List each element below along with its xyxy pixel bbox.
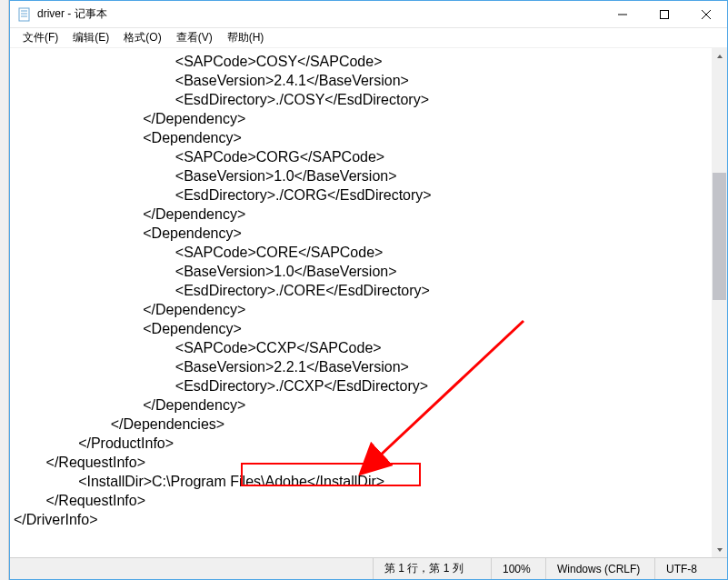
menu-view[interactable]: 查看(V) [169, 28, 220, 47]
notepad-icon [17, 7, 32, 22]
minimize-button[interactable] [602, 1, 643, 28]
menu-file[interactable]: 文件(F) [15, 28, 65, 47]
scroll-down-arrow[interactable] [712, 542, 727, 557]
svg-rect-0 [19, 8, 29, 21]
menu-edit[interactable]: 编辑(E) [65, 28, 116, 47]
statusbar: 第 1 行，第 1 列 100% Windows (CRLF) UTF-8 [10, 557, 727, 579]
close-button[interactable] [685, 1, 727, 28]
menu-help[interactable]: 帮助(H) [220, 28, 272, 47]
titlebar[interactable]: driver - 记事本 [10, 1, 727, 28]
scroll-thumb[interactable] [713, 173, 726, 300]
notepad-window: driver - 记事本 文件(F) 编辑(E) 格式(O) 查看(V) 帮助(… [9, 0, 728, 580]
svg-marker-9 [717, 548, 723, 552]
status-encoding: UTF-8 [654, 558, 727, 579]
scroll-up-arrow[interactable] [712, 48, 727, 64]
content-wrap: <SAPCode>COSY</SAPCode> <BaseVersion>2.4… [10, 48, 727, 557]
vertical-scrollbar[interactable] [712, 48, 727, 557]
status-spacer [10, 558, 373, 579]
window-title: driver - 记事本 [37, 6, 107, 22]
text-editor[interactable]: <SAPCode>COSY</SAPCode> <BaseVersion>2.4… [10, 48, 712, 557]
status-lineending: Windows (CRLF) [545, 558, 654, 579]
status-zoom: 100% [491, 558, 545, 579]
desktop-left-strip [0, 0, 9, 580]
status-position: 第 1 行，第 1 列 [373, 558, 491, 579]
menu-format[interactable]: 格式(O) [116, 28, 168, 47]
menubar: 文件(F) 编辑(E) 格式(O) 查看(V) 帮助(H) [10, 28, 727, 48]
maximize-button[interactable] [643, 1, 685, 28]
scroll-track[interactable] [712, 64, 727, 542]
svg-marker-8 [717, 55, 723, 58]
svg-rect-5 [661, 10, 669, 18]
